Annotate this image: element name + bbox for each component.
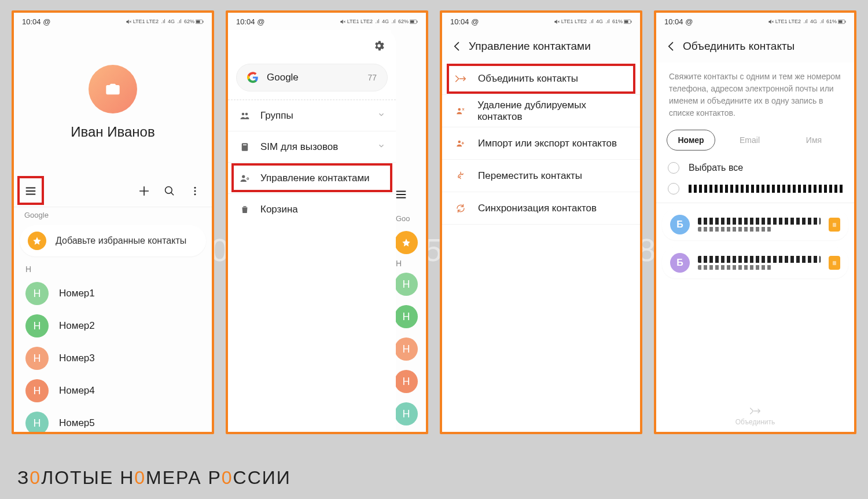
drawer-item[interactable]: Группы [228, 100, 396, 131]
account-pill[interactable]: Google 77 [236, 64, 388, 91]
account-count: 77 [367, 73, 377, 82]
contact-avatar: Н [25, 379, 49, 402]
contact-avatar: Н [25, 412, 49, 432]
status-bar: 10:04 @ LTE1 LTE2 .ıl 4G .ıl 62% [228, 13, 426, 30]
add-icon[interactable] [137, 184, 152, 199]
back-icon[interactable] [660, 35, 683, 58]
status-right: LTE1 LTE2 .ıl 4G .ıl 61% [768, 19, 846, 25]
group-text [698, 256, 821, 270]
manage-item-label: Синхронизация контактов [478, 203, 597, 214]
section-header: Н [14, 261, 212, 277]
more-icon[interactable] [187, 184, 203, 199]
svg-point-6 [194, 193, 196, 195]
manage-item[interactable]: Удаление дублируемых контактов [442, 95, 640, 127]
svg-point-20 [458, 140, 461, 143]
manage-item-label: Импорт или экспорт контактов [478, 138, 617, 149]
svg-rect-8 [410, 20, 414, 23]
contact-row[interactable]: ННомер3 [14, 342, 212, 375]
manage-item[interactable]: Объединить контакты [442, 63, 640, 95]
filter-tabs: Номер Email Имя [656, 130, 854, 157]
merge-group[interactable]: Б [662, 247, 848, 278]
phone-screen-2: 10:04 @ LTE1 LTE2 .ıl 4G .ıl 62% Goo Н Н… [226, 10, 428, 434]
svg-rect-22 [838, 20, 842, 23]
favorites-row[interactable]: Добавьте избранные контакты [20, 225, 206, 256]
status-bar: 10:04 @ LTE1 LTE2 .ıl 4G .ıl 61% [442, 13, 640, 30]
drawer-item-label: Управление контактами [260, 173, 385, 184]
merge-groups: Б Б [656, 209, 854, 285]
merge-group[interactable]: Б [662, 209, 848, 240]
drawer-item-label: Группы [260, 110, 377, 122]
screen-description: Свяжите контакты с одним и тем же номеро… [656, 63, 854, 130]
drawer-item[interactable]: SIM для вызовов [228, 131, 396, 162]
merge-label: Объединить [735, 418, 775, 426]
svg-rect-18 [631, 20, 631, 22]
svg-rect-9 [417, 20, 417, 22]
phone-frames: 10:04 @ LTE1 LTE2 .ıl 4G .ıl 62% Иван Ив… [12, 10, 856, 434]
screen-header: Управление контактами [442, 30, 640, 63]
manage-item-icon [454, 106, 467, 116]
svg-point-5 [194, 190, 196, 192]
status-bar: 10:04 @ LTE1 LTE2 .ıl 4G .ıl 61% [656, 13, 854, 30]
contact-name: Номер1 [59, 288, 95, 299]
svg-point-10 [242, 112, 245, 115]
drawer-item[interactable]: Корзина [228, 193, 396, 225]
profile-header: Иван Иванов [14, 30, 212, 175]
account-label: Google [267, 72, 367, 83]
drawer-item[interactable]: Управление контактами [228, 162, 396, 193]
checkbox-icon[interactable] [668, 162, 679, 174]
screen-title: Объединить контакты [683, 40, 795, 53]
merge-icon [749, 406, 761, 416]
select-all-row[interactable]: Выбрать все [656, 157, 854, 178]
contact-row[interactable]: ННомер4 [14, 375, 212, 407]
status-bar: 10:04 @ LTE1 LTE2 .ıl 4G .ıl 62% [14, 13, 212, 30]
sim-icon [829, 256, 840, 270]
sim-icon [829, 218, 840, 232]
select-all-label: Выбрать все [689, 163, 743, 173]
bg-source: Goo [391, 211, 426, 226]
group-text [698, 218, 821, 232]
search-icon[interactable] [162, 184, 177, 199]
drawer-item-icon [238, 173, 251, 184]
svg-rect-1 [196, 20, 200, 23]
manage-item[interactable]: Переместить контакты [442, 160, 640, 192]
tab-email[interactable]: Email [720, 130, 779, 151]
contact-avatar: Н [25, 282, 49, 305]
svg-rect-17 [624, 20, 628, 23]
camera-icon [105, 81, 121, 97]
drawer-backdrop-list: Goo Н Н Н Н Н Н Н [391, 30, 426, 432]
source-label: Google [14, 207, 212, 225]
tab-name[interactable]: Имя [784, 130, 844, 151]
manage-item-label: Переместить контакты [478, 170, 582, 182]
favorites-label: Добавьте избранные контакты [56, 236, 186, 246]
drawer-item-icon [238, 204, 251, 215]
manage-item[interactable]: Импорт или экспорт контактов [442, 127, 640, 160]
select-item-row[interactable] [656, 178, 854, 203]
contact-name: Номер2 [59, 320, 95, 332]
manage-item-icon [454, 203, 468, 214]
svg-rect-25 [833, 223, 836, 227]
toolbar [14, 175, 212, 207]
contact-row[interactable]: ННомер5 [14, 407, 212, 432]
hamburger-icon[interactable] [23, 184, 38, 199]
contact-row[interactable]: ННомер2 [14, 310, 212, 342]
svg-point-4 [194, 186, 196, 188]
manage-item-icon [454, 74, 468, 83]
settings-icon[interactable] [373, 39, 385, 54]
manage-item-label: Объединить контакты [478, 73, 578, 85]
tab-number[interactable]: Номер [667, 130, 715, 151]
drawer-item-icon [238, 111, 251, 121]
contact-name: Номер5 [59, 417, 95, 429]
status-time: 10:04 @ [664, 17, 693, 26]
checkbox-icon[interactable] [668, 183, 679, 195]
profile-avatar[interactable] [89, 65, 137, 113]
merge-action[interactable]: Объединить [656, 406, 854, 426]
back-icon[interactable] [446, 35, 469, 58]
contact-row[interactable]: ННомер1 [14, 277, 212, 310]
group-avatar: Б [670, 215, 690, 234]
contact-name: Номер4 [59, 385, 95, 397]
group-avatar: Б [670, 253, 690, 273]
contact-list[interactable]: Добавьте избранные контакты Н ННомер1ННо… [14, 225, 212, 432]
manage-item[interactable]: Синхронизация контактов [442, 192, 640, 225]
svg-rect-13 [243, 144, 247, 145]
svg-point-19 [458, 108, 461, 111]
